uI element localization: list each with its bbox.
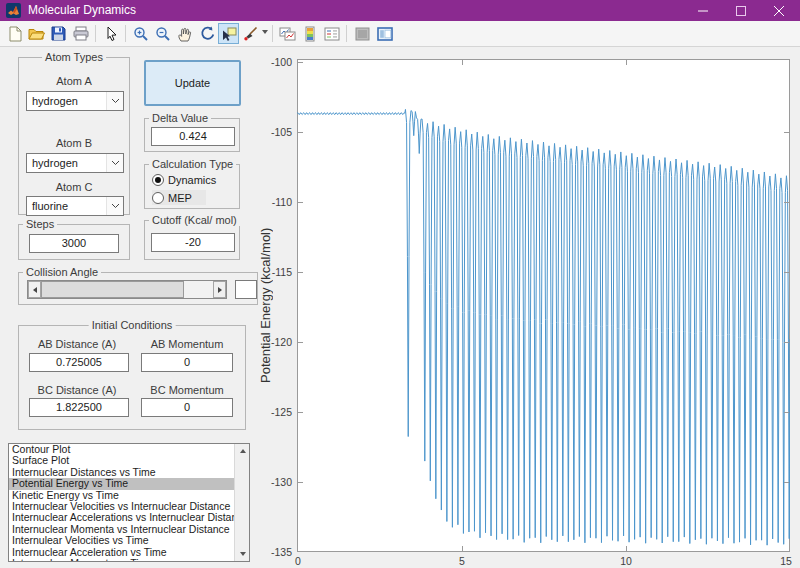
- save-button[interactable]: [48, 23, 69, 44]
- cutoff-title: Cutoff (Kcal/ mol): [149, 214, 240, 226]
- atom-a-label: Atom A: [19, 75, 129, 87]
- list-item[interactable]: Kinetic Energy vs Time: [9, 490, 234, 501]
- zoom-out-button[interactable]: [152, 23, 173, 44]
- potential-energy-curve[interactable]: [297, 59, 790, 552]
- new-file-button[interactable]: [4, 23, 25, 44]
- scroll-down-button[interactable]: [235, 547, 250, 561]
- initial-conditions-title: Initial Conditions: [89, 319, 176, 331]
- scroll-up-button[interactable]: [235, 444, 250, 458]
- tick-mark: [626, 60, 627, 65]
- list-item[interactable]: Internuclear Distances vs Time: [9, 467, 234, 478]
- ab-momentum-field[interactable]: 0: [141, 353, 233, 372]
- list-item-selected[interactable]: Potential Energy vs Time: [9, 478, 234, 489]
- new-file-icon: [8, 26, 22, 42]
- dynamics-radio[interactable]: Dynamics: [152, 172, 216, 187]
- tick-mark: [298, 342, 303, 343]
- minimize-button[interactable]: [684, 0, 722, 21]
- pointer-icon: [105, 26, 117, 42]
- calculation-type-group: Calculation Type Dynamics MEP: [144, 164, 240, 209]
- list-item[interactable]: Internuclear Velocities vs Internuclear …: [9, 501, 234, 512]
- maximize-icon: [736, 6, 746, 16]
- toolbar-separator: [272, 25, 273, 42]
- arrow-left-icon: [33, 287, 37, 293]
- atom-b-label: Atom B: [19, 137, 129, 149]
- close-button[interactable]: [760, 0, 798, 21]
- update-button[interactable]: Update: [144, 60, 241, 106]
- list-item[interactable]: Internulear Velocities vs Time: [9, 535, 234, 546]
- link-plot-button[interactable]: [277, 23, 298, 44]
- slider-left-arrow-button[interactable]: [28, 281, 41, 298]
- open-folder-icon: [28, 27, 45, 41]
- plot-type-listbox[interactable]: Contour Plot Surface Plot Internuclear D…: [8, 443, 250, 562]
- mep-radio-label: MEP: [168, 192, 192, 204]
- atom-c-label: Atom C: [19, 181, 129, 193]
- tick-mark: [784, 132, 789, 133]
- tick-mark: [298, 62, 303, 63]
- hide-plot-tools-button[interactable]: [352, 23, 373, 44]
- atom-c-select[interactable]: fluorine: [26, 196, 124, 216]
- zoom-out-icon: [155, 26, 171, 42]
- atom-b-value: hydrogen: [32, 154, 78, 172]
- radio-unselected-icon: [152, 192, 164, 204]
- pan-button[interactable]: [174, 23, 195, 44]
- bc-distance-field[interactable]: 1.822500: [29, 398, 129, 417]
- list-item[interactable]: Surface Plot: [9, 455, 234, 466]
- tick-mark: [298, 272, 303, 273]
- collision-angle-group: Collision Angle: [18, 272, 258, 305]
- slider-thumb[interactable]: [41, 281, 184, 298]
- x-tick-label: 0: [284, 555, 312, 567]
- zoom-in-button[interactable]: [130, 23, 151, 44]
- brush-button[interactable]: [240, 23, 261, 44]
- list-item[interactable]: Internuclear Accelerations vs Internucle…: [9, 512, 234, 523]
- y-tick-label: -110: [252, 196, 292, 208]
- x-tick-label: 15: [772, 555, 800, 567]
- listbox-scrollbar[interactable]: [234, 444, 249, 561]
- toolbar-separator: [95, 25, 96, 42]
- pan-icon: [177, 26, 192, 42]
- atom-b-select[interactable]: hydrogen: [26, 153, 124, 173]
- y-tick-label: -100: [252, 56, 292, 68]
- arrow-up-icon: [240, 449, 246, 453]
- rotate-3d-button[interactable]: [196, 23, 217, 44]
- atom-a-select[interactable]: hydrogen: [26, 91, 124, 111]
- ab-distance-field[interactable]: 0.725005: [29, 353, 129, 372]
- cutoff-field[interactable]: -20: [151, 233, 235, 252]
- link-plot-icon: [279, 27, 296, 41]
- open-button[interactable]: [26, 23, 47, 44]
- x-tick-label: 5: [448, 555, 476, 567]
- insert-legend-button[interactable]: [321, 23, 342, 44]
- x-tick-label: 10: [612, 555, 640, 567]
- tick-mark: [784, 272, 789, 273]
- matlab-logo-icon: [6, 3, 21, 18]
- arrow-right-icon: [218, 287, 222, 293]
- tick-mark: [784, 412, 789, 413]
- list-item[interactable]: Internuclear Momenta vs Internuclear Dis…: [9, 524, 234, 535]
- y-tick-label: -130: [252, 476, 292, 488]
- mep-radio[interactable]: MEP: [152, 190, 206, 205]
- collision-angle-title: Collision Angle: [23, 266, 101, 278]
- collision-angle-field[interactable]: [235, 280, 257, 299]
- show-plot-tools-button[interactable]: [374, 23, 395, 44]
- y-tick-label: -120: [252, 336, 292, 348]
- maximize-button[interactable]: [722, 0, 760, 21]
- list-item[interactable]: Internuclear Momenta vs Time: [9, 558, 234, 562]
- delta-value-group: Delta Value 0.424: [144, 118, 240, 152]
- list-item[interactable]: Internuclear Acceleration vs Time: [9, 547, 234, 558]
- legend-icon: [324, 27, 340, 41]
- pointer-tool-button[interactable]: [100, 23, 121, 44]
- initial-conditions-group: Initial Conditions AB Distance (A) AB Mo…: [18, 325, 246, 430]
- collision-angle-slider[interactable]: [27, 280, 227, 299]
- bc-momentum-field[interactable]: 0: [141, 398, 233, 417]
- toolbar-separator: [346, 25, 347, 42]
- atom-types-title: Atom Types: [42, 51, 106, 63]
- steps-field[interactable]: 3000: [29, 234, 119, 253]
- close-icon: [774, 6, 784, 16]
- tick-mark: [298, 412, 303, 413]
- data-cursor-button[interactable]: [218, 23, 239, 44]
- delta-value-field[interactable]: 0.424: [151, 127, 235, 146]
- slider-right-arrow-button[interactable]: [213, 281, 226, 298]
- insert-colorbar-button[interactable]: [299, 23, 320, 44]
- list-item[interactable]: Contour Plot: [9, 444, 234, 455]
- brush-menu-arrow-icon[interactable]: [262, 30, 268, 34]
- print-button[interactable]: [70, 23, 91, 44]
